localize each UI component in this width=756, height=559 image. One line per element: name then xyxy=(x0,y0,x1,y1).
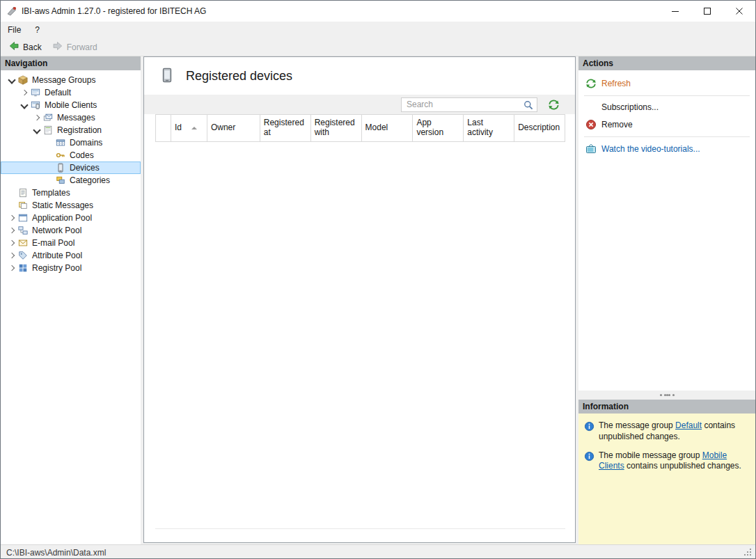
menu-file[interactable]: File xyxy=(1,23,28,37)
categories-icon xyxy=(55,175,66,186)
chevron-right-icon[interactable] xyxy=(6,250,17,261)
chevron-down-icon[interactable] xyxy=(19,100,30,111)
search-icon[interactable] xyxy=(523,100,534,111)
tree-item-messages[interactable]: Messages xyxy=(1,111,141,124)
tree-item-mobile-clients[interactable]: Mobile Clients xyxy=(1,99,141,111)
menu-bar: File ? xyxy=(1,22,755,38)
navigation-tree: Message Groups Default Mobile Clients xyxy=(1,70,141,274)
tree-item-label: Categories xyxy=(68,175,112,185)
chevron-right-icon[interactable] xyxy=(6,212,17,223)
window-title: IBI-aws Admin 1.27.0 - registered for IB… xyxy=(22,6,659,16)
tree-item-label: Domains xyxy=(68,138,104,148)
tree-item-templates[interactable]: Templates xyxy=(1,187,141,199)
info-text-prefix: The mobile message group xyxy=(599,450,702,460)
tv-icon xyxy=(585,143,597,155)
information-panel: The message group Default contains unpub… xyxy=(578,414,755,544)
info-link-default[interactable]: Default xyxy=(675,420,702,430)
forward-button[interactable]: Forward xyxy=(49,38,103,56)
email-pool-icon xyxy=(17,237,29,249)
refresh-icon-button[interactable] xyxy=(547,98,560,111)
table-header-registered-with[interactable]: Registered with xyxy=(311,115,362,141)
chevron-right-icon[interactable] xyxy=(19,87,30,98)
tree-item-categories[interactable]: Categories xyxy=(1,174,141,187)
message-group-icon xyxy=(30,87,41,98)
tree-item-codes[interactable]: Codes xyxy=(1,149,141,162)
action-refresh[interactable]: Refresh xyxy=(578,74,755,93)
search-band xyxy=(144,95,575,114)
window-resize-grip[interactable] xyxy=(743,548,753,558)
table-header-id[interactable]: Id xyxy=(171,115,207,141)
navigation-toolbar: Back Forward xyxy=(1,38,755,56)
tree-item-label: Templates xyxy=(30,188,72,198)
chevron-down-icon[interactable] xyxy=(6,74,17,86)
navigation-panel-header: Navigation xyxy=(1,56,141,70)
action-label: Remove xyxy=(601,120,633,129)
status-bar: C:\IBI-aws\Admin\Data.xml xyxy=(1,544,755,559)
information-panel-header: Information xyxy=(578,400,755,414)
action-video-tutorials[interactable]: Watch the video-tutorials... xyxy=(578,140,755,158)
tree-item-domains[interactable]: Domains xyxy=(1,136,141,149)
mobile-clients-icon xyxy=(30,100,41,111)
registration-icon xyxy=(42,125,54,136)
application-pool-icon xyxy=(17,212,29,223)
tree-item-devices[interactable]: Devices xyxy=(1,162,141,174)
tree-item-label: Messages xyxy=(55,113,97,123)
info-message: The mobile message group Mobile Clients … xyxy=(599,450,750,473)
actions-panel: Refresh Subscriptions... Remove xyxy=(578,70,755,391)
chevron-right-icon[interactable] xyxy=(31,112,42,123)
static-messages-icon xyxy=(17,200,29,211)
minimize-button[interactable] xyxy=(659,1,691,22)
tree-item-label: Static Messages xyxy=(30,200,95,210)
tree-item-attribute-pool[interactable]: Attribute Pool xyxy=(1,249,141,262)
chevron-right-icon[interactable] xyxy=(6,237,17,249)
tree-item-label: Registration xyxy=(55,125,104,135)
search-input[interactable] xyxy=(402,99,537,111)
table-header-registered-at[interactable]: Registered at xyxy=(260,115,311,141)
tree-item-registration[interactable]: Registration xyxy=(1,124,141,136)
tree-item-default[interactable]: Default xyxy=(1,86,141,99)
table-header-icon-column xyxy=(156,115,171,141)
action-remove[interactable]: Remove xyxy=(578,116,755,134)
chevron-right-icon[interactable] xyxy=(6,262,17,274)
tree-item-registry-pool[interactable]: Registry Pool xyxy=(1,262,141,274)
actions-panel-header: Actions xyxy=(578,56,755,70)
close-button[interactable] xyxy=(723,1,755,22)
forward-arrow-icon xyxy=(52,40,63,54)
codes-key-icon xyxy=(55,150,66,161)
status-file-path: C:\IBI-aws\Admin\Data.xml xyxy=(6,548,106,558)
tree-item-application-pool[interactable]: Application Pool xyxy=(1,212,141,224)
table-header-description[interactable]: Description xyxy=(514,115,565,141)
devices-table: Id Owner Registered at Registered with M… xyxy=(155,114,565,529)
action-subscriptions[interactable]: Subscriptions... xyxy=(578,99,755,116)
back-button[interactable]: Back xyxy=(5,38,47,56)
column-label: Id xyxy=(175,123,182,133)
table-header-model[interactable]: Model xyxy=(362,115,414,141)
action-label: Watch the video-tutorials... xyxy=(601,144,700,154)
search-box xyxy=(401,97,537,112)
back-label: Back xyxy=(23,42,42,52)
app-window: IBI-aws Admin 1.27.0 - registered for IB… xyxy=(0,0,756,559)
registered-devices-icon xyxy=(159,65,175,87)
horizontal-splitter[interactable] xyxy=(578,391,755,400)
chevron-placeholder xyxy=(44,175,55,186)
table-header-app-version[interactable]: App version xyxy=(413,115,464,141)
table-header-last-activity[interactable]: Last activity xyxy=(464,115,514,141)
remove-icon xyxy=(585,119,597,130)
menu-help[interactable]: ? xyxy=(28,23,47,37)
chevron-placeholder xyxy=(44,150,55,161)
tree-item-label: E-mail Pool xyxy=(30,238,77,248)
tree-item-email-pool[interactable]: E-mail Pool xyxy=(1,237,141,249)
chevron-placeholder xyxy=(44,137,55,148)
tree-item-network-pool[interactable]: Network Pool xyxy=(1,224,141,237)
maximize-button[interactable] xyxy=(691,1,723,22)
chevron-down-icon[interactable] xyxy=(31,125,42,136)
table-header-owner[interactable]: Owner xyxy=(207,115,260,141)
back-arrow-icon xyxy=(8,40,19,54)
tree-item-static-messages[interactable]: Static Messages xyxy=(1,199,141,212)
refresh-icon xyxy=(585,78,597,89)
tree-item-message-groups[interactable]: Message Groups xyxy=(1,74,141,86)
chevron-right-icon[interactable] xyxy=(6,225,17,236)
attribute-pool-icon xyxy=(17,250,29,261)
tree-item-label: Attribute Pool xyxy=(30,251,84,260)
tree-item-label: Codes xyxy=(68,150,96,160)
